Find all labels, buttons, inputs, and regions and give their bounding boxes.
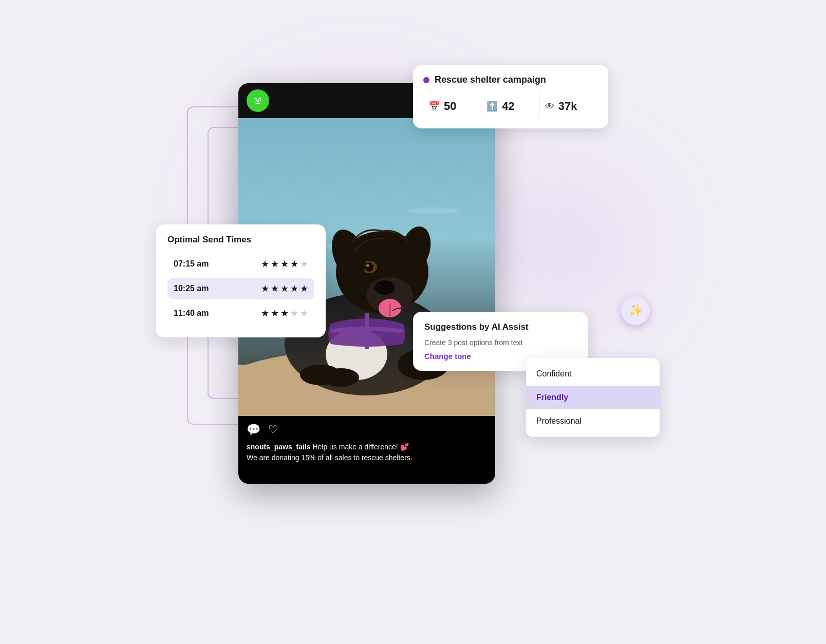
star-2-2: ★	[271, 283, 279, 294]
star-3-1: ★	[261, 308, 269, 319]
star-3-5: ★	[300, 308, 308, 319]
tone-dropdown: Confident Friendly Professional	[526, 358, 660, 437]
svg-point-16	[374, 280, 395, 295]
post-caption-text2: We are donating 15% of all sales to resc…	[247, 453, 412, 462]
eye-icon: 👁	[545, 101, 554, 112]
post-caption-text: Help us make a difference! 💕	[312, 443, 408, 451]
stars-3: ★ ★ ★ ★ ★	[261, 308, 308, 319]
tone-item-professional[interactable]: Professional	[526, 409, 660, 433]
star-3-3: ★	[280, 308, 289, 319]
svg-point-5	[257, 100, 259, 102]
campaign-dot	[423, 77, 429, 83]
stat-scheduled-value: 50	[444, 100, 456, 113]
svg-point-8	[408, 207, 459, 214]
star-2-5: ★	[300, 283, 308, 294]
campaign-card: Rescue shelter campaign 📅 50 ⬆️ 42 👁 37k	[413, 65, 608, 128]
svg-point-4	[259, 99, 261, 101]
send-times-title: Optimal Send Times	[167, 235, 314, 245]
ai-card-subtitle: Create 3 post options from text	[424, 338, 576, 347]
tone-item-confident[interactable]: Confident	[526, 362, 660, 386]
star-1-2: ★	[271, 258, 279, 270]
tone-item-friendly[interactable]: Friendly	[526, 386, 660, 409]
star-3-4: ★	[290, 308, 298, 319]
star-2-3: ★	[280, 283, 289, 294]
stat-views-value: 37k	[558, 100, 577, 113]
star-1-5: ★	[300, 258, 308, 270]
post-icons: 💬 ♡	[247, 423, 487, 437]
stat-published: ⬆️ 42	[481, 93, 539, 119]
stat-published-value: 42	[502, 100, 514, 113]
time-row-2[interactable]: 10:25 am ★ ★ ★ ★ ★	[167, 278, 314, 299]
svg-point-20	[365, 262, 373, 272]
star-2-1: ★	[261, 283, 269, 294]
avatar-icon	[251, 94, 265, 107]
sparkle-icon: ✨	[629, 304, 643, 317]
post-footer: 💬 ♡ snouts_paws_tails Help us make a dif…	[238, 416, 495, 470]
post-caption: snouts_paws_tails Help us make a differe…	[247, 442, 487, 463]
ai-fab-button[interactable]: ✨	[621, 296, 650, 325]
svg-point-25	[323, 368, 359, 387]
time-label-1: 07:15 am	[174, 259, 220, 269]
campaign-stats: 📅 50 ⬆️ 42 👁 37k	[423, 93, 598, 119]
post-username: snouts_paws_tails	[247, 443, 311, 451]
post-avatar	[247, 89, 269, 112]
heart-icon[interactable]: ♡	[268, 423, 281, 437]
star-2-4: ★	[290, 283, 298, 294]
time-row-1[interactable]: 07:15 am ★ ★ ★ ★ ★	[167, 253, 314, 275]
star-1-3: ★	[280, 258, 289, 270]
time-label-3: 11:40 am	[174, 309, 220, 318]
star-3-2: ★	[271, 308, 279, 319]
stars-2: ★ ★ ★ ★ ★	[261, 283, 308, 294]
time-label-2: 10:25 am	[174, 284, 220, 293]
campaign-title: Rescue shelter campaign	[435, 74, 546, 85]
svg-point-21	[366, 264, 369, 267]
calendar-icon: 📅	[428, 101, 440, 112]
svg-point-3	[255, 99, 257, 101]
star-1-4: ★	[290, 258, 298, 270]
stat-scheduled: 📅 50	[423, 93, 481, 119]
stars-1: ★ ★ ★ ★ ★	[261, 258, 308, 270]
star-1-1: ★	[261, 258, 269, 270]
send-times-card: Optimal Send Times 07:15 am ★ ★ ★ ★ ★ 10…	[156, 224, 326, 337]
upload-icon: ⬆️	[486, 101, 498, 112]
ai-card-title: Suggestions by AI Assist	[424, 322, 576, 332]
comment-icon[interactable]: 💬	[247, 423, 260, 437]
time-row-3[interactable]: 11:40 am ★ ★ ★ ★ ★	[167, 302, 314, 324]
stat-views: 👁 37k	[540, 93, 598, 119]
